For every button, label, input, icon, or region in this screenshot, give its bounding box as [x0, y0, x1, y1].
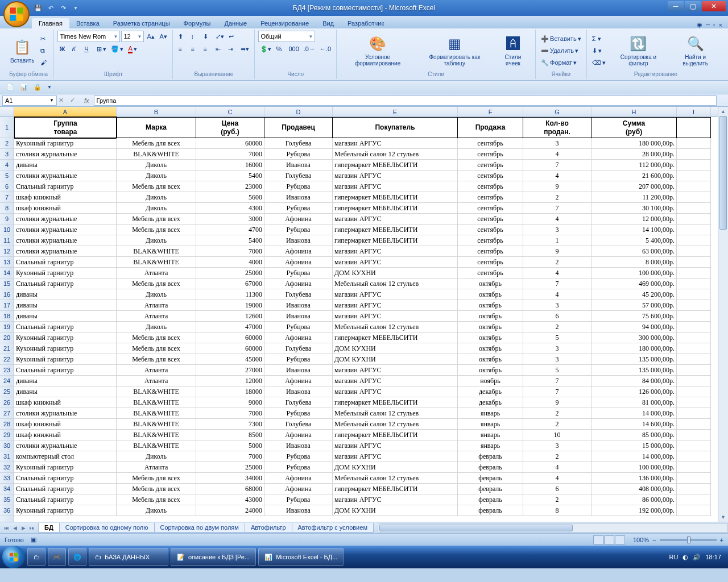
cell-D11[interactable]: Иванова [264, 235, 333, 246]
cell-E16[interactable]: магазин АРГУС [333, 289, 458, 300]
format-as-table-button[interactable]: ▦Форматировать как таблицу [416, 31, 493, 70]
cell-B22[interactable]: Мебель для всех [117, 354, 196, 365]
mdi-restore-icon[interactable]: ▫ [713, 22, 715, 28]
cell-G7[interactable]: 2 [523, 192, 592, 203]
cell-F34[interactable]: февраль [458, 484, 523, 494]
row-header[interactable]: 8 [0, 203, 14, 214]
cell-B14[interactable]: Атланта [117, 268, 196, 278]
cell-B23[interactable]: Атланта [117, 365, 196, 376]
cell-H1[interactable]: Сумма(руб) [592, 117, 677, 138]
row-header[interactable]: 18 [0, 311, 14, 322]
taskbar-item-2[interactable]: 📊Microsoft Excel - БД... [258, 548, 344, 566]
cell-G19[interactable]: 2 [523, 322, 592, 332]
cell-F32[interactable]: февраль [458, 462, 523, 473]
cell-E23[interactable]: магазин АРГУС [333, 365, 458, 376]
qat2-menu[interactable]: ▼ [46, 82, 57, 93]
col-header-I[interactable]: I [677, 107, 711, 117]
cell-D17[interactable]: Иванова [264, 300, 333, 311]
cell-G36[interactable]: 8 [523, 505, 592, 516]
cell-C6[interactable]: 23000 [196, 181, 264, 192]
row-header[interactable]: 25 [0, 386, 14, 397]
cell-B1[interactable]: Марка [117, 117, 196, 138]
cell-A28[interactable]: шкаф книжный [14, 419, 117, 430]
bold-button[interactable]: Ж [57, 43, 69, 55]
cell-H6[interactable]: 207 000,00р. [592, 181, 677, 192]
cell-D27[interactable]: Рубцова [264, 408, 333, 419]
cell-I1[interactable] [677, 117, 711, 138]
cell-F8[interactable]: сентябрь [458, 203, 523, 214]
cell-F35[interactable]: февраль [458, 494, 523, 505]
cell-F31[interactable]: февраль [458, 451, 523, 462]
cell-E17[interactable]: магазин АРГУС [333, 300, 458, 311]
scroll-thumb[interactable] [719, 116, 727, 230]
cell-C31[interactable]: 7000 [196, 451, 264, 462]
cell-B33[interactable]: Мебель для всех [117, 473, 196, 484]
cell-E11[interactable]: гипермаркет МЕБЕЛЬСИТИ [333, 235, 458, 246]
scroll-thumb[interactable] [379, 525, 573, 531]
cell-G34[interactable]: 6 [523, 484, 592, 494]
ribbon-tab-0[interactable]: Главная [32, 18, 69, 28]
ribbon-tab-5[interactable]: Рецензирование [254, 18, 316, 28]
ribbon-tab-4[interactable]: Данные [217, 18, 254, 28]
cell-B4[interactable]: Диколь [117, 160, 196, 171]
sheet-tab-3[interactable]: Автофильтр [245, 523, 292, 533]
cell-B6[interactable]: Мебель для всех [117, 181, 196, 192]
cell-E21[interactable]: ДОМ КУХНИ [333, 343, 458, 354]
align-middle-button[interactable]: ↕ [189, 31, 200, 42]
cell-E28[interactable]: Мебельный салон 12 стульев [333, 419, 458, 430]
cell-A5[interactable]: столики журнальные [14, 171, 117, 181]
row-header[interactable]: 12 [0, 246, 14, 257]
cell-C10[interactable]: 4700 [196, 225, 264, 235]
cell-E10[interactable]: гипермаркет МЕБЕЛЬСИТИ [333, 225, 458, 235]
cell-A9[interactable]: столики журнальные [14, 214, 117, 225]
format-painter-button[interactable]: 🖌 [39, 57, 50, 68]
scroll-down-icon[interactable]: ▼ [718, 513, 728, 522]
clock[interactable]: 18:17 [705, 554, 721, 560]
grow-font-button[interactable]: A▴ [145, 31, 156, 42]
cell-I17[interactable] [677, 300, 711, 311]
cell-F3[interactable]: сентябрь [458, 149, 523, 160]
save-icon[interactable]: 💾 [33, 3, 43, 13]
row-header[interactable]: 22 [0, 354, 14, 365]
cell-A29[interactable]: шкаф книжный [14, 430, 117, 440]
row-header[interactable]: 35 [0, 494, 14, 505]
cell-I13[interactable] [677, 257, 711, 268]
cell-H10[interactable]: 14 100,00р. [592, 225, 677, 235]
cell-I8[interactable] [677, 203, 711, 214]
fx-icon[interactable]: fx [80, 97, 94, 104]
cell-I12[interactable] [677, 246, 711, 257]
cell-I25[interactable] [677, 386, 711, 397]
font-name-combo[interactable]: Times New Rom▼ [57, 31, 120, 42]
cell-A24[interactable]: диваны [14, 376, 117, 386]
cell-C34[interactable]: 68000 [196, 484, 264, 494]
cell-B30[interactable]: BLAK&WHITE [117, 440, 196, 451]
indent-inc-button[interactable]: ⇥ [226, 43, 238, 55]
cell-E25[interactable]: магазин АРГУС [333, 386, 458, 397]
number-format-combo[interactable]: Общий▼ [258, 31, 315, 42]
cell-H23[interactable]: 135 000,00р. [592, 365, 677, 376]
cell-F19[interactable]: октябрь [458, 322, 523, 332]
cell-I23[interactable] [677, 365, 711, 376]
row-header[interactable]: 1 [0, 117, 14, 138]
enter-formula-icon[interactable]: ✓ [68, 95, 80, 106]
row-header[interactable]: 33 [0, 473, 14, 484]
delete-cells-button[interactable]: ➖Удалить ▾ [539, 45, 583, 56]
cell-G26[interactable]: 9 [523, 397, 592, 408]
cell-F10[interactable]: сентябрь [458, 225, 523, 235]
cell-F14[interactable]: сентябрь [458, 268, 523, 278]
paste-button[interactable]: 📋 Вставить [7, 31, 38, 70]
row-header[interactable]: 10 [0, 225, 14, 235]
cell-G18[interactable]: 6 [523, 311, 592, 322]
cell-B16[interactable]: Диколь [117, 289, 196, 300]
cell-G9[interactable]: 4 [523, 214, 592, 225]
help-icon[interactable]: ◉ [697, 21, 702, 28]
cell-A31[interactable]: компьютерный стол [14, 451, 117, 462]
cell-D7[interactable]: Иванова [264, 192, 333, 203]
percent-button[interactable]: % [274, 43, 286, 55]
cell-D35[interactable]: Рубцова [264, 494, 333, 505]
vertical-scrollbar[interactable]: ▲ ▼ [718, 107, 728, 522]
cell-E22[interactable]: ДОМ КУХНИ [333, 354, 458, 365]
cell-D14[interactable]: Рубцова [264, 268, 333, 278]
cell-D25[interactable]: Иванова [264, 386, 333, 397]
cell-F7[interactable]: сентябрь [458, 192, 523, 203]
